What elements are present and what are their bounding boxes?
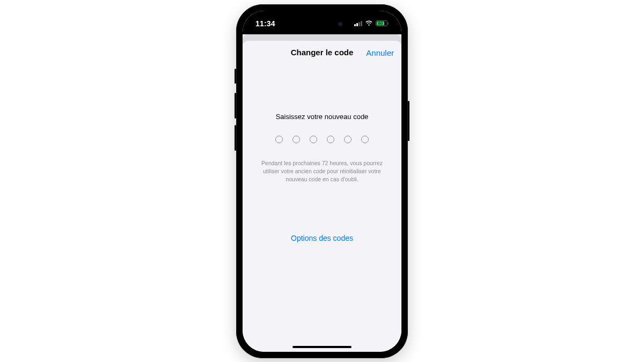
phone-frame: 11:34 80 — [236, 4, 408, 358]
passcode-dot — [327, 136, 334, 143]
recovery-info-text: Pendant les prochaines 72 heures, vous p… — [253, 159, 391, 184]
passcode-dot — [310, 136, 317, 143]
battery-percent: 80 — [378, 21, 383, 26]
battery-icon: 80 — [376, 20, 389, 26]
status-indicators: 80 — [354, 20, 389, 26]
volume-down-button — [235, 125, 236, 151]
side-button — [235, 69, 236, 84]
status-time: 11:34 — [255, 19, 275, 28]
passcode-prompt: Saisissez votre nouveau code — [253, 113, 391, 121]
change-passcode-sheet: Changer le code Annuler Saisissez votre … — [243, 41, 401, 352]
home-indicator[interactable] — [292, 346, 352, 348]
sheet-title: Changer le code — [291, 48, 354, 57]
screen: 11:34 80 — [243, 11, 401, 352]
passcode-dot — [361, 136, 369, 143]
volume-up-button — [235, 93, 236, 119]
passcode-dot — [344, 136, 352, 143]
dynamic-island — [297, 17, 347, 32]
cancel-button[interactable]: Annuler — [366, 48, 394, 57]
passcode-dot — [292, 136, 300, 143]
passcode-dot — [275, 136, 283, 143]
sheet-content: Saisissez votre nouveau code Pendant les… — [243, 113, 401, 243]
cellular-signal-icon — [354, 20, 362, 26]
passcode-input[interactable] — [253, 136, 391, 143]
power-button — [408, 101, 409, 141]
wifi-icon — [365, 20, 373, 26]
passcode-options-button[interactable]: Options des codes — [291, 234, 353, 242]
navigation-bar: Changer le code Annuler — [243, 41, 401, 64]
